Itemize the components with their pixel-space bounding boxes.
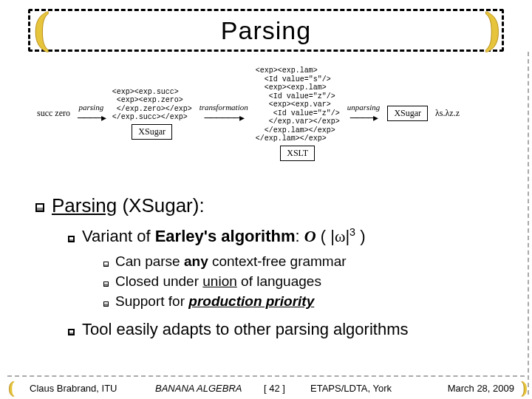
bullet-icon <box>103 301 109 307</box>
box-xslt: XSLT <box>280 146 315 161</box>
bullet-icon <box>103 262 109 267</box>
diagram-input: succ zero <box>37 109 70 119</box>
bullet-icon <box>103 282 109 287</box>
text-parsing-underline: Parsing <box>52 194 117 216</box>
bullet-icon <box>68 329 75 335</box>
banana-left-icon: ( <box>34 1 50 54</box>
slide-title: Parsing <box>221 16 311 45</box>
banana-right-icon: ) <box>485 1 500 54</box>
code-block-2: <exp><exp.lam> <Id value="s"/> <exp><exp… <box>256 66 340 143</box>
arrow-parsing: parsing ────▸ <box>78 103 105 124</box>
footer-title: BANANA ALGEBRA <box>155 383 242 394</box>
box-xsugar-1: XSugar <box>132 124 172 140</box>
bullet-icon <box>35 203 44 212</box>
bullet-level1: Parsing (XSugar): <box>35 194 508 217</box>
pipeline-diagram: succ zero parsing ────▸ <exp><exp.succ> … <box>37 66 495 161</box>
banana-footer-right-icon: ) <box>522 378 528 398</box>
footer-author: Claus Brabrand, ITU <box>30 383 117 394</box>
bullet-level3-a: Can parse any context-free grammar <box>103 253 508 270</box>
text-xsugar-suffix: (XSugar): <box>117 194 205 216</box>
box-xsugar-2: XSugar <box>387 106 428 121</box>
footer-page: [ 42 ] <box>264 383 285 394</box>
content-area: Parsing (XSugar): Variant of Earley's al… <box>35 194 508 347</box>
bullet-level2-variant: Variant of Earley's algorithm: O ( |ω|3 … <box>68 226 508 246</box>
diagram-output: λs.λz.z <box>435 108 460 119</box>
big-o-notation: O <box>304 227 316 245</box>
bullet-level3-b: Closed under union of languages <box>103 273 508 290</box>
side-divider <box>528 52 529 395</box>
arrow-transformation: transformation ──────▸ <box>200 103 248 124</box>
bullet-level3-c: Support for production priority <box>103 293 508 310</box>
title-box: Parsing <box>28 9 504 52</box>
footer-date: March 28, 2009 <box>448 383 514 394</box>
bullet-icon <box>68 236 75 242</box>
bullet-level2-tool: Tool easily adapts to other parsing algo… <box>68 320 508 339</box>
arrow-unparsing: unparsing ────▸ <box>347 103 381 124</box>
footer-venue: ETAPS/LDTA, York <box>310 383 392 394</box>
footer: ( Claus Brabrand, ITU BANANA ALGEBRA [ 4… <box>0 377 532 399</box>
banana-footer-left-icon: ( <box>9 378 15 398</box>
code-block-1: <exp><exp.succ> <exp><exp.zero> </exp.ze… <box>112 88 192 122</box>
